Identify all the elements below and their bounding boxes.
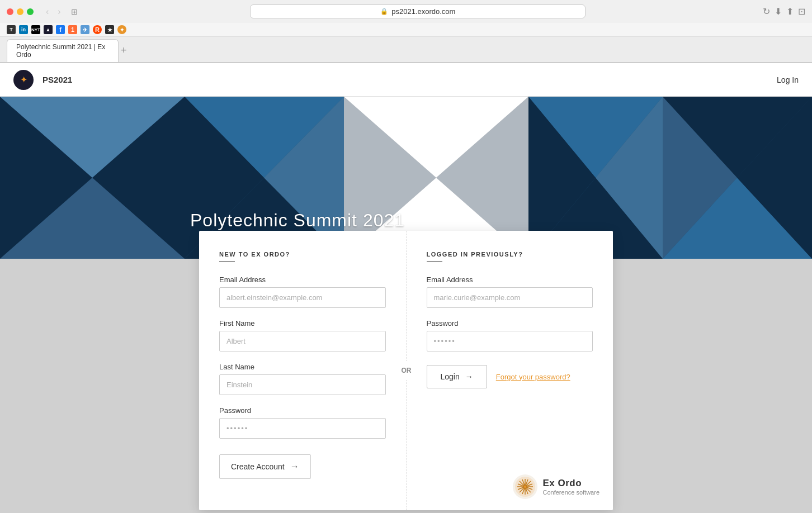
exordo-text-block: Ex Ordo Conference software: [543, 478, 600, 496]
login-label: Login: [441, 372, 460, 381]
share-button[interactable]: ⬆: [786, 6, 794, 17]
create-account-arrow-icon: →: [290, 462, 299, 472]
page-content: ✦ PS2021 Log In: [0, 63, 812, 513]
bookmark-nyt[interactable]: NYT: [31, 25, 40, 34]
browser-window-controls: [7, 8, 34, 15]
new-password-label: Password: [219, 406, 386, 415]
first-name-input[interactable]: [219, 331, 386, 352]
or-divider: OR: [399, 361, 414, 380]
login-section-divider: [427, 261, 442, 262]
reload-button[interactable]: ↻: [763, 6, 770, 17]
url-bar[interactable]: 🔒 ps2021.exordo.com: [250, 4, 586, 18]
first-name-label: First Name: [219, 319, 386, 327]
login-password-group: Password: [427, 319, 593, 352]
new-account-section: NEW TO EX ORDO? Email Address First Name…: [199, 231, 407, 510]
bookmark-fb[interactable]: f: [56, 25, 65, 34]
bookmark-star[interactable]: ★: [105, 25, 114, 34]
tab-title: Polytechnic Summit 2021 | Ex Ordo: [16, 43, 109, 59]
create-account-label: Create Account: [231, 462, 285, 471]
back-button[interactable]: ‹: [43, 6, 52, 18]
login-nav-link[interactable]: Log In: [777, 75, 799, 84]
exordo-tagline: Conference software: [543, 489, 600, 496]
lock-icon: 🔒: [380, 8, 388, 15]
bookmarks-toolbar: T in NYT ▲ f 1 ✈ R ★ ✦: [0, 23, 812, 37]
new-email-label: Email Address: [219, 276, 386, 284]
bookmark-1[interactable]: T: [7, 25, 16, 34]
login-password-label: Password: [427, 319, 593, 327]
reader-view-button[interactable]: ⊞: [71, 7, 78, 16]
download-button[interactable]: ⬇: [775, 6, 782, 17]
active-tab[interactable]: Polytechnic Summit 2021 | Ex Ordo: [7, 39, 119, 62]
login-email-input[interactable]: [427, 287, 593, 308]
login-arrow-icon: →: [465, 372, 473, 381]
add-tab-button[interactable]: +: [121, 45, 127, 56]
new-password-input[interactable]: [219, 418, 386, 439]
browser-nav: ‹ ›: [43, 6, 64, 18]
login-button[interactable]: Login →: [427, 365, 487, 388]
bookmark-r[interactable]: R: [93, 25, 102, 34]
exordo-logo-icon: [513, 474, 537, 499]
new-section-heading: NEW TO EX ORDO?: [219, 251, 386, 258]
browser-action-buttons: ⬇ ⬆ ⊡: [775, 6, 805, 17]
bookmark-num[interactable]: 1: [68, 25, 77, 34]
create-account-button[interactable]: Create Account →: [219, 454, 311, 479]
tab-bar: Polytechnic Summit 2021 | Ex Ordo +: [0, 37, 812, 63]
new-section-title: NEW TO EX ORDO?: [219, 251, 386, 262]
new-email-group: Email Address: [219, 276, 386, 308]
maximize-window-button[interactable]: [27, 8, 34, 15]
login-section: LOGGED IN PREVIOUSLY? Email Address Pass…: [407, 231, 613, 510]
browser-titlebar: ‹ › ⊞ 🔒 ps2021.exordo.com ↻ ⬇ ⬆ ⊡: [0, 0, 812, 23]
close-window-button[interactable]: [7, 8, 13, 15]
new-password-group: Password: [219, 406, 386, 439]
site-header: ✦ PS2021 Log In: [0, 63, 812, 97]
forward-button[interactable]: ›: [54, 6, 64, 18]
new-section-divider: [219, 261, 235, 262]
login-action-row: Login → Forgot your password?: [427, 365, 593, 388]
new-email-input[interactable]: [219, 287, 386, 308]
svg-point-37: [524, 486, 526, 488]
forgot-password-link[interactable]: Forgot your password?: [496, 373, 570, 381]
bookmark-dark[interactable]: ▲: [44, 25, 53, 34]
sidebar-button[interactable]: ⊡: [798, 6, 805, 17]
login-email-label: Email Address: [427, 276, 593, 284]
bookmark-plane[interactable]: ✈: [81, 25, 89, 34]
last-name-group: Last Name: [219, 363, 386, 395]
logo-icon: ✦: [20, 74, 27, 85]
bookmark-orange[interactable]: ✦: [117, 25, 126, 34]
hero-title: Polytechnic Summit 2021: [190, 210, 405, 231]
login-email-group: Email Address: [427, 276, 593, 308]
site-name: PS2021: [43, 75, 72, 84]
form-card: NEW TO EX ORDO? Email Address First Name…: [199, 231, 613, 510]
site-logo: ✦: [13, 70, 34, 90]
minimize-window-button[interactable]: [17, 8, 23, 15]
exordo-name: Ex Ordo: [543, 478, 600, 489]
url-text: ps2021.exordo.com: [391, 7, 455, 16]
last-name-input[interactable]: [219, 374, 386, 395]
exordo-branding: Ex Ordo Conference software: [513, 474, 600, 499]
first-name-group: First Name: [219, 319, 386, 352]
last-name-label: Last Name: [219, 363, 386, 371]
bookmark-linkedin[interactable]: in: [19, 25, 28, 34]
login-section-heading: LOGGED IN PREVIOUSLY?: [427, 251, 593, 258]
login-password-input[interactable]: [427, 331, 593, 352]
login-section-title: LOGGED IN PREVIOUSLY?: [427, 251, 593, 262]
